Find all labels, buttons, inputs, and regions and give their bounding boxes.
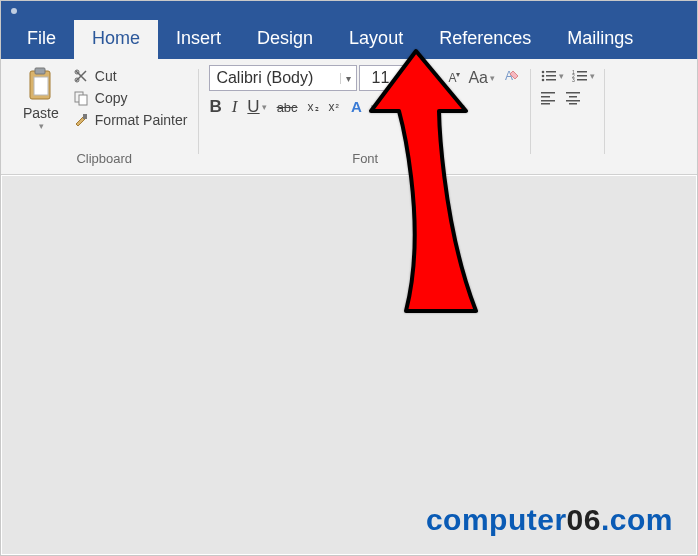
svg-point-12 xyxy=(542,75,545,78)
format-painter-label: Format Painter xyxy=(95,112,188,128)
align-left-button[interactable] xyxy=(541,91,557,105)
font-name-combo[interactable]: Calibri (Body) ▾ xyxy=(209,65,357,91)
highlight-swatch xyxy=(401,106,415,109)
paste-icon xyxy=(26,67,56,103)
svg-rect-28 xyxy=(566,100,580,102)
svg-rect-19 xyxy=(577,75,587,77)
svg-point-10 xyxy=(542,71,545,74)
bold-button[interactable]: B xyxy=(209,97,221,117)
superscript-button[interactable]: x xyxy=(329,100,339,114)
svg-rect-23 xyxy=(541,96,550,98)
scissors-icon xyxy=(73,68,89,84)
font-color-button[interactable]: A ▾ xyxy=(432,99,465,116)
group-clipboard: Paste ▾ Cut Copy xyxy=(9,65,199,174)
svg-text:3: 3 xyxy=(572,77,575,83)
align-center-button[interactable] xyxy=(565,91,581,105)
copy-label: Copy xyxy=(95,90,128,106)
svg-rect-21 xyxy=(577,79,587,81)
tab-insert[interactable]: Insert xyxy=(158,20,239,59)
strikethrough-button[interactable]: abc xyxy=(277,100,298,115)
svg-rect-1 xyxy=(35,68,45,74)
watermark: computer06.com xyxy=(426,503,673,537)
svg-text:A: A xyxy=(351,98,362,115)
change-case-button[interactable]: Aa▾ xyxy=(468,69,495,87)
ribbon-tabs: File Home Insert Design Layout Reference… xyxy=(1,21,697,59)
svg-rect-15 xyxy=(546,79,556,81)
svg-rect-24 xyxy=(541,100,555,102)
svg-rect-2 xyxy=(34,77,48,95)
svg-rect-11 xyxy=(546,71,556,73)
subscript-button[interactable]: x xyxy=(308,100,319,114)
tab-home[interactable]: Home xyxy=(74,20,158,59)
svg-rect-26 xyxy=(566,92,580,94)
tab-layout[interactable]: Layout xyxy=(331,20,421,59)
paste-button[interactable]: Paste ▾ xyxy=(19,65,63,133)
svg-rect-27 xyxy=(569,96,577,98)
text-effects-button[interactable]: A▾ xyxy=(349,97,376,117)
svg-rect-13 xyxy=(546,75,556,77)
brush-icon xyxy=(73,112,89,128)
group-paragraph: ▾ 123▾ xyxy=(531,65,605,174)
paste-dropdown-icon[interactable]: ▾ xyxy=(39,121,44,131)
highlight-button[interactable]: ab ▾ xyxy=(386,100,422,115)
tab-references[interactable]: References xyxy=(421,20,549,59)
cut-button[interactable]: Cut xyxy=(71,67,190,85)
bullets-button[interactable]: ▾ xyxy=(541,69,564,83)
font-size-value: 11 xyxy=(360,69,400,87)
font-color-swatch xyxy=(444,106,458,109)
cut-label: Cut xyxy=(95,68,117,84)
svg-rect-22 xyxy=(541,92,555,94)
underline-button[interactable]: U▾ xyxy=(247,97,266,117)
group-font: Calibri (Body) ▾ 11 ▾ A▴ A▾ Aa▾ xyxy=(199,65,531,174)
numbering-button[interactable]: 123▾ xyxy=(572,69,595,83)
paste-label: Paste xyxy=(23,105,59,121)
tab-file[interactable]: File xyxy=(9,20,74,59)
grow-font-button[interactable]: A▴ xyxy=(423,70,442,87)
ribbon: Paste ▾ Cut Copy xyxy=(1,59,697,175)
copy-icon xyxy=(73,90,89,106)
svg-rect-29 xyxy=(569,103,577,105)
word-window: File Home Insert Design Layout Reference… xyxy=(0,0,698,556)
tab-design[interactable]: Design xyxy=(239,20,331,59)
clipboard-group-label: Clipboard xyxy=(76,149,132,170)
tab-mailings[interactable]: Mailings xyxy=(549,20,651,59)
svg-rect-17 xyxy=(577,71,587,73)
italic-button[interactable]: I xyxy=(232,97,238,117)
shrink-font-button[interactable]: A▾ xyxy=(446,70,462,87)
format-painter-button[interactable]: Format Painter xyxy=(71,111,190,129)
font-name-dropdown-icon[interactable]: ▾ xyxy=(340,73,356,84)
title-bar xyxy=(1,1,697,21)
svg-point-14 xyxy=(542,79,545,82)
font-group-label: Font xyxy=(352,149,378,170)
svg-rect-7 xyxy=(83,114,87,119)
font-size-dropdown-icon[interactable]: ▾ xyxy=(400,73,416,84)
svg-rect-6 xyxy=(79,95,87,105)
font-size-combo[interactable]: 11 ▾ xyxy=(359,65,417,91)
clear-formatting-button[interactable]: A xyxy=(503,67,521,89)
copy-button[interactable]: Copy xyxy=(71,89,190,107)
font-name-value: Calibri (Body) xyxy=(210,69,340,87)
svg-rect-25 xyxy=(541,103,550,105)
document-area[interactable] xyxy=(2,176,696,554)
